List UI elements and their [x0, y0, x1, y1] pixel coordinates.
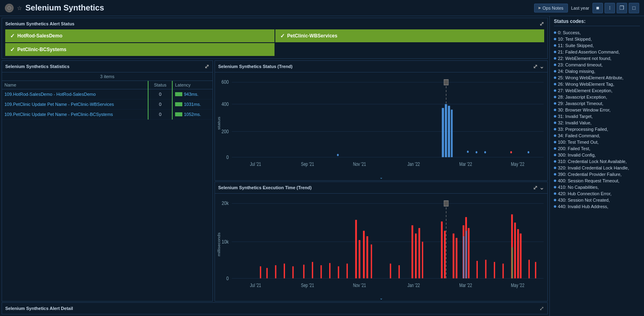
- status-code-item: 31: Invalid Target,: [554, 113, 640, 120]
- calendar-icon-btn[interactable]: ■: [592, 3, 603, 13]
- svg-rect-58: [456, 238, 457, 278]
- check-icon-hotrod: ✓: [10, 33, 15, 39]
- header: ☆ Selenium Synthetics Ops Notes Last yea…: [0, 0, 644, 16]
- page-title: Selenium Synthetics: [25, 3, 531, 12]
- svg-text:Mar '22: Mar '22: [459, 161, 472, 167]
- svg-rect-53: [419, 228, 420, 278]
- svg-point-26: [467, 151, 469, 153]
- status-code-dot: [554, 128, 556, 130]
- fullscreen-icon-btn[interactable]: □: [629, 3, 639, 13]
- status-code-dot: [554, 31, 556, 34]
- status-code-item: 430: Session Not Created,: [554, 197, 640, 203]
- stats-expand-icon[interactable]: ⤢: [204, 63, 209, 70]
- svg-rect-54: [422, 242, 423, 278]
- svg-text:0: 0: [226, 275, 229, 281]
- exec-trend-collapse-icon[interactable]: ⌄: [539, 184, 544, 191]
- status-trend-collapse-icon[interactable]: ⌄: [539, 63, 544, 70]
- svg-rect-80: [390, 263, 391, 278]
- status-code-dot: [554, 96, 556, 98]
- svg-rect-48: [363, 231, 365, 278]
- status-code-item: 23: Command timeout,: [554, 62, 640, 68]
- exec-trend-expand-icon[interactable]: ⤢: [533, 184, 538, 191]
- status-code-dot: [554, 192, 556, 195]
- svg-text:May '22: May '22: [511, 283, 524, 288]
- col-status: Status: [148, 81, 172, 89]
- table-row[interactable]: 109.HotRod-SalesDemo - HotRod-SalesDemo …: [2, 89, 213, 99]
- status-code-item: 34: Failed Command,: [554, 132, 640, 139]
- status-code-dot: [554, 173, 556, 176]
- latency-cell-1: 1031ms.: [175, 102, 210, 107]
- status-trend-expand-icon[interactable]: ⤢: [533, 63, 538, 70]
- svg-text:Mar '22: Mar '22: [459, 283, 472, 288]
- main-container: Selenium Synthetics Alert Status ⤢ ✓ Hot…: [0, 16, 644, 316]
- status-code-item: 22: WebElement not found,: [554, 55, 640, 62]
- status-trend-collapse-bar[interactable]: ⌄: [215, 174, 547, 180]
- status-code-item: 300: Invalid Config,: [554, 152, 640, 158]
- sidebar-title: Status codes:: [554, 19, 640, 26]
- status-code-item: 10: Test Skipped,: [554, 36, 640, 42]
- exec-trend-collapse-bar[interactable]: ⌄: [215, 295, 547, 301]
- svg-rect-87: [535, 262, 536, 278]
- status-code-dot: [554, 134, 556, 137]
- settings-icon-btn[interactable]: ❐: [617, 3, 627, 13]
- exec-trend-title: Selenium Synthetics Execution Time (Tren…: [218, 185, 312, 190]
- col-latency: Latency: [172, 81, 213, 89]
- status-codes-list: 0: Success,10: Test Skipped,11: Suite Sk…: [554, 29, 640, 210]
- status-trend-header: Selenium Synthetics Status (Trend) ⤢ ⌄: [215, 61, 547, 72]
- svg-text:May '22: May '22: [511, 161, 524, 167]
- status-code-item: 310: Credential Lock Not Available,: [554, 158, 640, 165]
- status-code-item: 21: Failed Assertion Command,: [554, 49, 640, 55]
- alert-status-expand-icon[interactable]: ⤢: [539, 21, 544, 27]
- status-code-item: 30: Browser Window Error,: [554, 107, 640, 113]
- svg-rect-74: [303, 264, 304, 278]
- svg-text:10k: 10k: [222, 238, 229, 245]
- exec-trend-body: 20k 10k 0 milliseconds Jul '21 Sep '21: [215, 194, 547, 295]
- status-code-item: 11: Suite Skipped,: [554, 42, 640, 49]
- layout-icon-btn[interactable]: ⁝: [605, 3, 615, 13]
- svg-text:Jul '21: Jul '21: [250, 161, 261, 167]
- status-code-dot: [554, 141, 556, 143]
- statistics-panel: Selenium Synthetics Statistics ⤢ 3 items…: [2, 60, 213, 302]
- status-code-dot: [554, 186, 556, 188]
- alert-item-hotrod[interactable]: ✓ HotRod-SalesDemo: [5, 29, 275, 42]
- svg-rect-77: [329, 263, 330, 278]
- status-code-dot: [554, 83, 556, 85]
- latency-bar-0: [175, 92, 182, 96]
- table-row[interactable]: 109.PetClinic Update Pet Name - PetClini…: [2, 109, 213, 120]
- svg-rect-45: [444, 200, 448, 206]
- svg-rect-46: [355, 220, 357, 278]
- status-trend-title: Selenium Synthetics Status (Trend): [218, 64, 293, 69]
- alert-detail-expand-icon[interactable]: ⤢: [539, 305, 544, 312]
- svg-text:Jan '22: Jan '22: [407, 283, 420, 288]
- svg-rect-76: [320, 265, 322, 278]
- svg-point-28: [484, 151, 486, 153]
- svg-text:Sep '21: Sep '21: [301, 283, 314, 288]
- status-code-dot: [554, 205, 556, 208]
- status-code-dot: [554, 147, 556, 150]
- alert-item-petclinic-wb[interactable]: ✓ PetClinic-WBServices: [275, 29, 545, 42]
- favorite-icon[interactable]: ☆: [17, 5, 22, 11]
- bottom-section: Selenium Synthetics Statistics ⤢ 3 items…: [0, 60, 549, 302]
- svg-rect-81: [398, 265, 400, 278]
- alert-item-petclinic-bc[interactable]: ✓ PetClinic-BCSystems: [5, 43, 275, 56]
- status-code-item: 27: WebElement Exception,: [554, 87, 640, 94]
- status-code-item: 200: Failed Test,: [554, 145, 640, 152]
- exec-trend-panel: Selenium Synthetics Execution Time (Tren…: [215, 182, 548, 302]
- svg-text:Nov '21: Nov '21: [353, 161, 366, 167]
- status-code-item: 410: No Capabilities,: [554, 184, 640, 190]
- status-code-dot: [554, 167, 556, 169]
- col-name: Name: [2, 81, 148, 89]
- ops-notes-button[interactable]: Ops Notes: [534, 4, 568, 12]
- svg-text:Jul '21: Jul '21: [250, 283, 261, 288]
- svg-rect-79: [347, 263, 348, 278]
- status-code-dot: [554, 38, 556, 40]
- svg-rect-66: [517, 229, 519, 278]
- svg-text:Jan '22: Jan '22: [407, 161, 420, 167]
- table-row[interactable]: 109.PetClinic Update Pet Name - PetClini…: [2, 99, 213, 109]
- status-trend-chart: 600 400 200 0 status Jul: [217, 74, 546, 173]
- svg-rect-24: [451, 109, 452, 157]
- status-code-dot: [554, 64, 556, 66]
- svg-rect-57: [453, 233, 454, 278]
- svg-rect-51: [411, 225, 413, 278]
- svg-rect-75: [312, 262, 313, 278]
